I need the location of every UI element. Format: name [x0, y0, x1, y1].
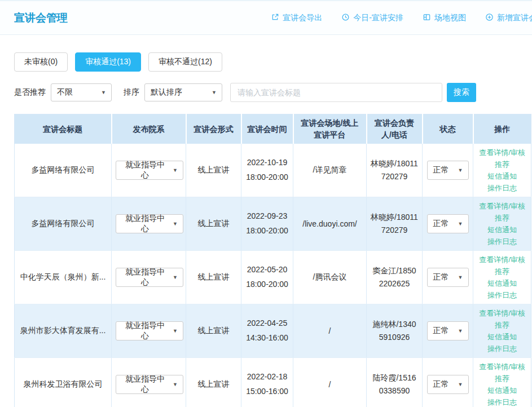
chevron-down-icon: ▼ — [173, 275, 178, 280]
department-cell: 就业指导中心 ▼ — [112, 358, 186, 407]
status-select[interactable]: 正常 ▼ — [427, 321, 469, 340]
status-cell: 正常 ▼ — [423, 251, 473, 304]
contact-name: 林晓婷/ — [371, 159, 397, 168]
status-select[interactable]: 正常 ▼ — [427, 268, 469, 287]
format-cell: 线上宣讲 — [186, 197, 241, 251]
venue-cell: /live.duoyi.com/ — [293, 197, 367, 251]
tab-rejected[interactable]: 审核不通过(12) — [148, 52, 222, 72]
action-link[interactable]: 操作日志 — [477, 343, 527, 354]
chevron-down-icon: ▼ — [212, 90, 217, 95]
action-link[interactable]: 操作日志 — [477, 397, 527, 407]
today-schedule-link[interactable]: 今日-宣讲安排 — [341, 13, 403, 23]
filter-row: 是否推荐 不限 ▼ 排序 默认排序 ▼ 搜索 — [14, 83, 532, 102]
action-link[interactable]: 推荐 — [477, 373, 527, 384]
action-link[interactable]: 查看详情/审核 — [477, 147, 527, 158]
contact-name: 陆玲霞/ — [372, 373, 398, 382]
time-cell: 2022-09-23 18:00-20:00 — [241, 197, 293, 251]
department-select-value: 就业指导中心 — [122, 214, 168, 234]
venue-view-link[interactable]: 场地视图 — [423, 13, 466, 23]
export-link[interactable]: 宣讲会导出 — [271, 13, 322, 23]
status-select-value: 正常 — [433, 379, 449, 390]
status-select-value: 正常 — [433, 219, 449, 229]
layout-icon — [423, 13, 431, 23]
recommend-select[interactable]: 不限 ▼ — [51, 83, 112, 101]
table-row: 多益网络有限公司 就业指导中心 ▼ 线上宣讲 2022-10-19 18:00-… — [15, 144, 531, 197]
contact-cell: 窦金江/18502202625 — [367, 251, 423, 304]
chevron-down-icon: ▼ — [173, 221, 178, 227]
action-link[interactable]: 查看详情/审核 — [477, 254, 527, 265]
sort-select-value: 默认排序 — [151, 87, 182, 98]
action-link[interactable]: 查看详情/审核 — [477, 361, 527, 372]
action-link[interactable]: 操作日志 — [477, 183, 527, 193]
operations-cell: 查看详情/审核推荐短信通知操作日志 — [473, 304, 531, 358]
column-header-format: 宣讲会形式 — [186, 114, 241, 144]
contact-name: 林晓婷/ — [371, 213, 397, 222]
action-link[interactable]: 操作日志 — [477, 236, 527, 247]
action-link[interactable]: 短信通知 — [477, 385, 527, 396]
search-button[interactable]: 搜索 — [447, 83, 476, 102]
action-link[interactable]: 查看详情/审核 — [477, 201, 527, 211]
contact-name: 施纯林/ — [372, 320, 398, 329]
venue-cell: /腾讯会议 — [293, 251, 367, 304]
department-select[interactable]: 就业指导中心 ▼ — [116, 161, 183, 180]
status-select[interactable]: 正常 ▼ — [427, 375, 469, 394]
status-select-value: 正常 — [433, 326, 449, 336]
action-link[interactable]: 短信通知 — [477, 278, 527, 289]
contact-cell: 林晓婷/18011720279 — [367, 197, 423, 251]
table-row: 多益网络有限公司 就业指导中心 ▼ 线上宣讲 2022-09-23 18:00-… — [15, 197, 531, 251]
contact-cell: 林晓婷/18011720279 — [367, 144, 423, 197]
sort-select[interactable]: 默认排序 ▼ — [144, 83, 222, 101]
action-link[interactable]: 操作日志 — [477, 290, 527, 300]
department-cell: 就业指导中心 ▼ — [112, 197, 186, 251]
department-select-value: 就业指导中心 — [122, 267, 168, 287]
page-title: 宣讲会管理 — [14, 11, 68, 25]
chevron-down-icon: ▼ — [458, 275, 463, 280]
clock-icon — [341, 13, 350, 23]
page-header: 宣讲会管理 宣讲会导出 今日-宣讲安排 场地视图 新增宣讲会 — [0, 0, 532, 35]
add-event-link[interactable]: 新增宣讲会 — [485, 13, 532, 23]
event-title-cell: 泉州科发卫浴有限公司 — [15, 358, 112, 407]
column-header-venue: 宣讲会场地/线上宣讲平台 — [293, 114, 367, 144]
recommend-select-value: 不限 — [57, 87, 73, 98]
column-header-title: 宣讲会标题 — [15, 114, 112, 144]
department-select[interactable]: 就业指导中心 ▼ — [116, 375, 183, 394]
format-cell: 线上宣讲 — [186, 358, 241, 407]
contact-name: 窦金江/ — [372, 266, 398, 275]
status-select[interactable]: 正常 ▼ — [427, 161, 469, 180]
status-cell: 正常 ▼ — [423, 358, 473, 407]
operations-cell: 查看详情/审核推荐短信通知操作日志 — [473, 197, 531, 251]
time-cell: 2022-04-25 14:30-16:00 — [241, 304, 293, 358]
action-links: 查看详情/审核推荐短信通知操作日志 — [477, 307, 527, 355]
tab-approved[interactable]: 审核通过(13) — [75, 52, 141, 72]
action-link[interactable]: 查看详情/审核 — [477, 308, 527, 318]
today-schedule-link-label: 今日-宣讲安排 — [353, 13, 403, 23]
operations-cell: 查看详情/审核推荐短信通知操作日志 — [473, 251, 531, 304]
export-link-label: 宣讲会导出 — [283, 13, 322, 23]
search-input[interactable] — [230, 83, 442, 102]
action-link[interactable]: 推荐 — [477, 266, 527, 277]
event-title-cell: 多益网络有限公司 — [15, 197, 112, 251]
action-link[interactable]: 推荐 — [477, 213, 527, 223]
action-link[interactable]: 短信通知 — [477, 171, 527, 182]
action-link[interactable]: 短信通知 — [477, 224, 527, 235]
status-tabs: 未审核(0) 审核通过(13) 审核不通过(12) — [14, 52, 532, 72]
action-link[interactable]: 推荐 — [477, 159, 527, 170]
time-cell: 2022-05-20 18:00-20:00 — [241, 251, 293, 304]
action-links: 查看详情/审核推荐短信通知操作日志 — [477, 360, 527, 407]
venue-view-link-label: 场地视图 — [434, 13, 466, 23]
venue-cell: / — [293, 304, 367, 358]
department-cell: 就业指导中心 ▼ — [112, 304, 186, 358]
chevron-down-icon: ▼ — [458, 328, 463, 334]
format-cell: 线上宣讲 — [186, 251, 241, 304]
department-select[interactable]: 就业指导中心 ▼ — [116, 268, 183, 287]
department-select[interactable]: 就业指导中心 ▼ — [116, 214, 183, 233]
sort-filter-label: 排序 — [124, 87, 139, 98]
department-select-value: 就业指导中心 — [122, 160, 168, 180]
action-link[interactable]: 短信通知 — [477, 331, 527, 342]
action-link[interactable]: 推荐 — [477, 320, 527, 330]
table-body: 多益网络有限公司 就业指导中心 ▼ 线上宣讲 2022-10-19 18:00-… — [15, 144, 531, 407]
status-select[interactable]: 正常 ▼ — [427, 214, 469, 233]
tab-unreviewed[interactable]: 未审核(0) — [14, 52, 68, 72]
time-cell: 2022-10-19 18:00-20:00 — [241, 144, 293, 197]
department-select[interactable]: 就业指导中心 ▼ — [116, 321, 183, 340]
